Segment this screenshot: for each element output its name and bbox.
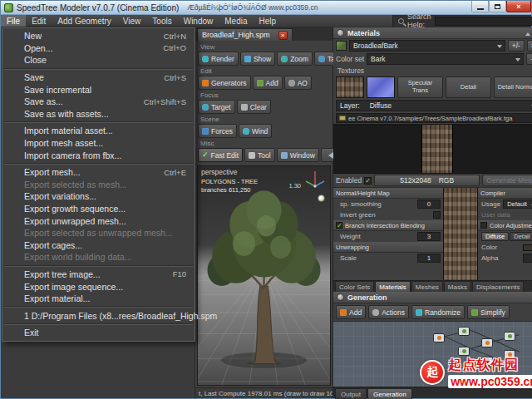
tab-masks[interactable]: Masks: [444, 281, 471, 292]
gen-add-button[interactable]: Add: [336, 305, 366, 319]
menu-item-import-camera-fbx[interactable]: Import camera from fbx...: [2, 149, 195, 161]
add-remove-material-button[interactable]: +/-: [508, 40, 525, 52]
maximize-button[interactable]: [489, 1, 506, 12]
alpha-input[interactable]: [523, 254, 532, 263]
ao-button[interactable]: AO: [284, 76, 312, 90]
menu-item-save-as-with-assets[interactable]: Save as with assets...: [2, 108, 195, 121]
gen-simplify-button[interactable]: Simplify: [467, 305, 510, 319]
diffuse-texture-thumb[interactable]: [336, 76, 364, 98]
focus-clear-button[interactable]: Clear: [237, 100, 271, 114]
tool-button[interactable]: Tool: [244, 148, 275, 162]
material-list-button[interactable]: ≡: [527, 40, 532, 52]
window-button[interactable]: Window: [277, 148, 319, 162]
detail-tab[interactable]: Detail: [510, 232, 532, 241]
menu-help[interactable]: Help: [254, 15, 283, 27]
color-swatch[interactable]: [523, 244, 532, 251]
menu-item-export-material[interactable]: Export material...: [2, 293, 195, 305]
graph-node[interactable]: [504, 332, 515, 341]
light-icon[interactable]: [318, 195, 325, 202]
menu-tools[interactable]: Tools: [146, 15, 177, 27]
weight-input[interactable]: 3: [417, 232, 441, 241]
show-button[interactable]: Show: [240, 52, 275, 66]
smoothing-input[interactable]: 0: [417, 200, 441, 209]
menu-item-export-cages[interactable]: Export cages...: [2, 239, 195, 252]
menu-item-export-variations[interactable]: Export variations...: [2, 190, 195, 203]
detail-button[interactable]: Detail: [446, 76, 491, 98]
menu-window[interactable]: Window: [178, 15, 219, 27]
invert-green-checkbox[interactable]: [433, 211, 441, 219]
chevron-up-icon[interactable]: [525, 30, 530, 36]
tab-close-button[interactable]: ×: [278, 31, 288, 40]
add-button[interactable]: Add: [253, 76, 283, 90]
detail-normal-button[interactable]: Detail Normal: [494, 76, 532, 98]
scale-input[interactable]: 1: [417, 254, 441, 263]
graph-node[interactable]: [458, 347, 470, 356]
menu-item-export-image-sequence[interactable]: Export image sequence...: [2, 280, 195, 293]
compiler-header[interactable]: Compiler: [478, 188, 532, 199]
menu-item-close[interactable]: Close: [2, 54, 195, 66]
forces-button[interactable]: Forces: [198, 124, 237, 138]
minimize-button[interactable]: [471, 1, 489, 12]
usage-dropdown[interactable]: Default: [503, 200, 532, 209]
menu-media[interactable]: Media: [219, 15, 253, 27]
menu-item-export-tree-image[interactable]: Export tree image...F10: [2, 268, 195, 281]
close-button[interactable]: ×: [506, 1, 531, 12]
material-dropdown[interactable]: BroadleafBark: [349, 40, 505, 52]
materials-header[interactable]: Materials: [333, 27, 532, 39]
viewport[interactable]: perspective POLYGONS - TREE branches 611…: [197, 165, 331, 386]
bib-checkbox[interactable]: ✓: [336, 222, 342, 229]
menu-item-export-unwrapped-mesh[interactable]: Export unwrapped mesh...: [2, 214, 195, 227]
zoom-button[interactable]: Zoom: [277, 52, 313, 66]
wind-button[interactable]: Wind: [239, 124, 272, 138]
menu-file[interactable]: File: [1, 15, 26, 27]
axis-gizmo[interactable]: [303, 169, 328, 190]
normal-height-header[interactable]: Normal/Height Map: [333, 188, 443, 199]
unwrapping-header[interactable]: Unwrapping: [333, 242, 443, 253]
menu-item-open[interactable]: Open...Ctrl+O: [2, 42, 195, 55]
normal-texture-thumb[interactable]: [367, 76, 395, 98]
graph-node[interactable]: [481, 338, 493, 347]
menu-item-save-as[interactable]: Save as...Ctrl+Shift+S: [2, 96, 195, 108]
remove-color-set-button[interactable]: −: [526, 53, 532, 65]
menu-item-import-material-asset[interactable]: Import material asset...: [2, 125, 195, 137]
tab-materials[interactable]: Materials: [375, 281, 410, 292]
graph-node[interactable]: [458, 327, 470, 336]
texture-preview[interactable]: [333, 124, 532, 174]
menu-item-import-mesh-asset[interactable]: Import mesh asset...: [2, 137, 195, 150]
graph-node[interactable]: [433, 333, 445, 342]
render-button[interactable]: Render: [198, 52, 239, 66]
tab-color-sets[interactable]: Color Sets: [335, 281, 374, 292]
focus-target-button[interactable]: Target: [198, 100, 235, 114]
resolution-button[interactable]: 512x2048 RGB: [374, 175, 480, 186]
generators-button[interactable]: Generators: [198, 76, 251, 90]
menu-item-new[interactable]: NewCtrl+N: [2, 30, 195, 42]
tab-output[interactable]: Output: [335, 388, 367, 399]
gen-randomize-button[interactable]: Randomize: [411, 305, 465, 319]
fast-edit-button[interactable]: ✓Fast Edit: [198, 148, 243, 162]
branch-intersection-header[interactable]: ✓ Branch Intersection Blending: [333, 220, 443, 231]
menu-item-save-incremental[interactable]: Save incremental: [2, 83, 195, 96]
tab-meshes[interactable]: Meshes: [411, 281, 443, 292]
search-input[interactable]: [435, 17, 532, 26]
menu-edit[interactable]: Edit: [26, 15, 52, 27]
menu-view[interactable]: View: [117, 15, 147, 27]
generation-header[interactable]: Generation: [333, 292, 532, 303]
gen-actions-button[interactable]: Actions: [368, 305, 409, 319]
title-bar[interactable]: SpeedTree Modeler v7.0.7 (Cinema Edition…: [1, 1, 531, 15]
menu-item-recent-file[interactable]: 1 D:/Program Files (x8...rees/Broadleaf_…: [2, 309, 195, 322]
menu-item-exit[interactable]: Exit: [2, 327, 195, 339]
enabled-checkbox[interactable]: ✓: [364, 177, 372, 185]
menu-add-geometry[interactable]: Add Geometry: [52, 15, 116, 27]
texture-path-row[interactable]: ee Cinema v7.0.7/samples/Trees/SampleBro…: [336, 113, 532, 123]
color-adjustment-header[interactable]: Color Adjustment: [478, 220, 532, 231]
menu-item-save[interactable]: SaveCtrl+S: [2, 71, 195, 84]
color-adjustment-checkbox[interactable]: [480, 222, 487, 229]
color-set-dropdown[interactable]: Bark: [367, 53, 524, 65]
tab-displacements[interactable]: Displacements: [472, 281, 524, 292]
menu-item-export-mesh[interactable]: Export mesh...Ctrl+E: [2, 166, 195, 179]
document-tab[interactable]: Broadleaf_High.spm ×: [197, 28, 293, 41]
menu-item-export-growth-sequence[interactable]: Export growth sequence...: [2, 203, 195, 215]
tab-generation[interactable]: Generation: [367, 388, 412, 399]
diffuse-tab[interactable]: Diffuse: [481, 232, 509, 241]
specular-trans-button[interactable]: Specular Trans: [397, 76, 443, 98]
